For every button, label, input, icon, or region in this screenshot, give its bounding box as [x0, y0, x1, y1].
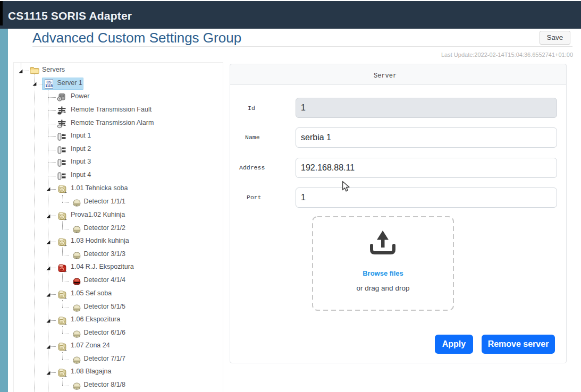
- svg-text:CS: CS: [46, 80, 52, 83]
- svg-text:1115: 1115: [45, 84, 53, 88]
